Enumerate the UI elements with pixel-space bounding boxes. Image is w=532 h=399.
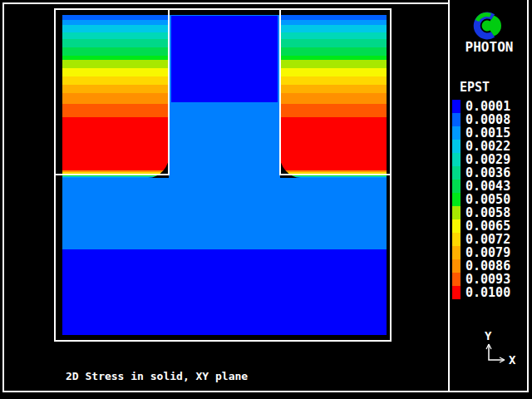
- legend-row: 0.0043: [452, 180, 510, 193]
- legend-color-swatch: [452, 126, 461, 140]
- legend-color-swatch: [452, 219, 461, 233]
- legend-row: 0.0100: [452, 286, 510, 299]
- main-panel-frame: [2, 2, 450, 392]
- legend-row: 0.0058: [452, 206, 510, 219]
- legend-row: 0.0093: [452, 273, 510, 286]
- x-axis-label: X: [509, 353, 516, 367]
- legend-value-label: 0.0086: [466, 259, 510, 273]
- legend-row: 0.0065: [452, 219, 510, 233]
- legend-row: 0.0079: [452, 246, 510, 259]
- photon-logo-icon: [470, 10, 504, 43]
- legend-color-swatch: [452, 100, 461, 113]
- legend-color-swatch: [452, 180, 461, 193]
- legend-row: 0.0086: [452, 259, 510, 273]
- y-axis-label: Y: [485, 329, 492, 342]
- legend-entries: 0.00010.00080.00150.00220.00290.00360.00…: [452, 100, 510, 299]
- legend-value-label: 0.0072: [466, 233, 510, 246]
- axis-indicator: Y X: [475, 327, 525, 368]
- legend-value-label: 0.0015: [466, 126, 510, 140]
- legend-color-swatch: [452, 259, 461, 273]
- legend-color-swatch: [452, 166, 461, 180]
- legend-value-label: 0.0100: [466, 286, 510, 299]
- legend-row: 0.0029: [452, 153, 510, 166]
- legend-color-swatch: [452, 113, 461, 126]
- legend-color-swatch: [452, 153, 461, 166]
- legend-color-swatch: [452, 140, 461, 153]
- photon-logo-label: PHOTON: [450, 39, 529, 55]
- legend-value-label: 0.0043: [466, 180, 510, 193]
- legend-color-swatch: [452, 246, 461, 259]
- legend-color-swatch: [452, 193, 461, 206]
- legend-value-label: 0.0036: [466, 166, 510, 180]
- legend-row: 0.0072: [452, 233, 510, 246]
- legend-title: EPST: [460, 80, 490, 95]
- legend-value-label: 0.0029: [466, 153, 510, 166]
- legend-row: 0.0001: [452, 100, 510, 113]
- legend-row: 0.0022: [452, 140, 510, 153]
- legend-value-label: 0.0079: [466, 246, 510, 259]
- legend-value-label: 0.0008: [466, 113, 510, 126]
- legend-value-label: 0.0001: [466, 100, 510, 113]
- legend-row: 0.0008: [452, 113, 510, 126]
- legend-value-label: 0.0058: [466, 206, 510, 219]
- legend-value-label: 0.0050: [466, 193, 510, 206]
- legend-value-label: 0.0093: [466, 273, 510, 286]
- legend-value-label: 0.0065: [466, 219, 510, 233]
- legend-color-swatch: [452, 286, 461, 299]
- legend-color-swatch: [452, 206, 461, 219]
- legend-row: 0.0015: [452, 126, 510, 140]
- legend-color-swatch: [452, 273, 461, 286]
- legend-color-swatch: [452, 233, 461, 246]
- legend-value-label: 0.0022: [466, 140, 510, 153]
- legend-row: 0.0050: [452, 193, 510, 206]
- photon-window: 2D Stress in solid, XY plane PHOTON EPST…: [0, 0, 532, 399]
- legend-row: 0.0036: [452, 166, 510, 180]
- plot-title: 2D Stress in solid, XY plane: [66, 370, 248, 382]
